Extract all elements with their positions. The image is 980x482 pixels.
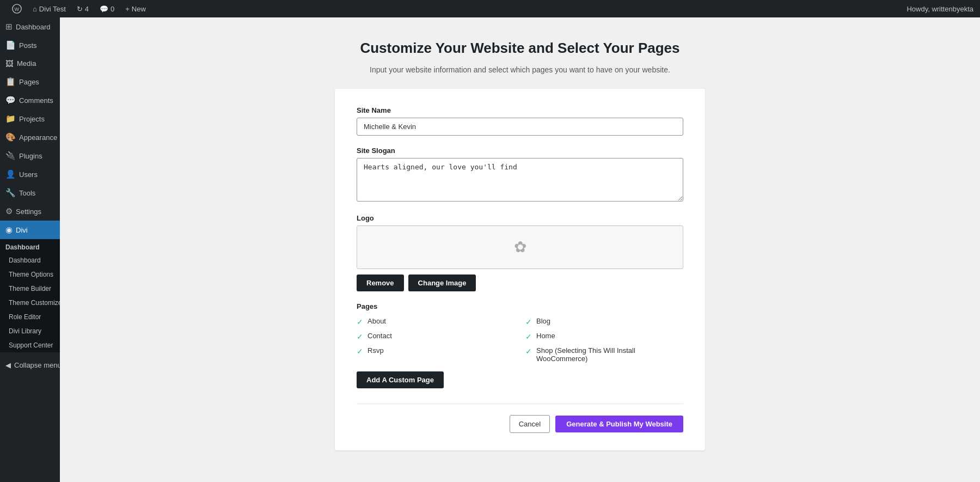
settings-icon: ⚙ [5, 206, 13, 216]
sidebar-item-comments[interactable]: 💬 Comments [0, 91, 60, 109]
sidebar-item-appearance[interactable]: 🎨 Appearance [0, 128, 60, 147]
sidebar-item-media[interactable]: 🖼 Media [0, 54, 60, 72]
svg-text:W: W [15, 7, 20, 12]
submenu-item-support-center[interactable]: Support Center [0, 338, 60, 352]
new-item[interactable]: + New [120, 0, 151, 17]
page-item-blog: ✓ Blog [525, 317, 683, 326]
check-icon-blog: ✓ [525, 318, 532, 326]
page-subtitle: Input your website information and selec… [335, 64, 705, 76]
updates-icon: ↻ [77, 5, 83, 13]
admin-bar: W ⌂ Divi Test ↻ 4 💬 0 + New Howdy, writt… [0, 0, 980, 17]
check-icon-contact: ✓ [357, 332, 363, 341]
publish-button[interactable]: Generate & Publish My Website [555, 416, 683, 432]
pages-section: Pages ✓ About ✓ Blog ✓ Contact [357, 302, 683, 401]
posts-icon: 📄 [5, 40, 16, 50]
divi-submenu: Dashboard Dashboard Theme Options Theme … [0, 239, 60, 352]
page-item-about: ✓ About [357, 317, 514, 326]
check-icon-shop: ✓ [525, 347, 532, 356]
sidebar: ⊞ Dashboard 📄 Posts 🖼 Media 📋 Pages 💬 Co… [0, 17, 60, 482]
cancel-button[interactable]: Cancel [510, 415, 550, 433]
comments-icon: 💬 [100, 5, 108, 13]
logo-preview: ✿ [357, 225, 683, 269]
dashboard-icon: ⊞ [5, 22, 13, 32]
submenu-item-role-editor[interactable]: Role Editor [0, 310, 60, 324]
greeting-text: Howdy, writtenbyekta [906, 5, 973, 13]
page-wrapper: Customize Your Website and Select Your P… [335, 39, 705, 450]
sidebar-item-users[interactable]: 👤 Users [0, 165, 60, 184]
check-icon-rsvp: ✓ [357, 347, 363, 356]
main-card: Site Name Site Slogan Logo ✿ Remove [335, 89, 705, 450]
remove-button[interactable]: Remove [357, 274, 404, 291]
sidebar-item-divi[interactable]: ◉ Divi [0, 221, 60, 239]
updates-item[interactable]: ↻ 4 [71, 0, 94, 17]
site-icon: ⌂ [33, 5, 37, 13]
appearance-icon: 🎨 [5, 132, 16, 142]
site-name-label: Site Name [357, 106, 683, 114]
users-icon: 👤 [5, 169, 16, 179]
comments-sidebar-icon: 💬 [5, 95, 16, 105]
site-slogan-group: Site Slogan [357, 147, 683, 203]
sidebar-item-pages[interactable]: 📋 Pages [0, 72, 60, 91]
card-footer: Cancel Generate & Publish My Website [357, 404, 683, 433]
content-area: Customize Your Website and Select Your P… [60, 17, 980, 482]
plugins-icon: 🔌 [5, 151, 16, 161]
sidebar-item-dashboard[interactable]: ⊞ Dashboard [0, 17, 60, 36]
submenu-item-dashboard[interactable]: Dashboard [0, 253, 60, 267]
site-name-item[interactable]: ⌂ Divi Test [27, 0, 71, 17]
wp-logo-item[interactable]: W [7, 0, 27, 17]
logo-label: Logo [357, 214, 683, 222]
submenu-item-theme-customizer[interactable]: Theme Customizer [0, 296, 60, 310]
page-title: Customize Your Website and Select Your P… [335, 39, 705, 58]
tools-icon: 🔧 [5, 188, 16, 198]
page-item-home: ✓ Home [525, 332, 683, 341]
submenu-item-theme-builder[interactable]: Theme Builder [0, 282, 60, 296]
site-slogan-textarea[interactable] [357, 158, 683, 202]
sidebar-item-plugins[interactable]: 🔌 Plugins [0, 147, 60, 165]
collapse-icon: ◀ [5, 361, 11, 369]
media-icon: 🖼 [5, 59, 14, 68]
add-custom-page-button[interactable]: Add A Custom Page [357, 371, 444, 388]
sidebar-item-projects[interactable]: 📁 Projects [0, 109, 60, 128]
comments-item[interactable]: 💬 0 [94, 0, 120, 17]
check-icon-about: ✓ [357, 318, 363, 326]
divi-icon: ◉ [5, 225, 13, 235]
page-item-contact: ✓ Contact [357, 332, 514, 341]
new-icon: + [125, 5, 130, 13]
submenu-item-theme-options[interactable]: Theme Options [0, 267, 60, 282]
sidebar-item-tools[interactable]: 🔧 Tools [0, 184, 60, 202]
change-image-button[interactable]: Change Image [408, 274, 476, 291]
pages-grid: ✓ About ✓ Blog ✓ Contact ✓ [357, 317, 683, 363]
submenu-header: Dashboard [0, 239, 60, 253]
projects-icon: 📁 [5, 114, 16, 124]
submenu-item-divi-library[interactable]: Divi Library [0, 324, 60, 338]
pages-label: Pages [357, 302, 683, 310]
sidebar-item-posts[interactable]: 📄 Posts [0, 36, 60, 54]
collapse-menu-button[interactable]: ◀ Collapse menu [0, 357, 60, 374]
pages-icon: 📋 [5, 77, 16, 87]
check-icon-home: ✓ [525, 332, 532, 341]
page-item-shop: ✓ Shop (Selecting This Will Install WooC… [525, 346, 683, 363]
site-name-input[interactable] [357, 118, 683, 136]
logo-buttons: Remove Change Image [357, 274, 683, 291]
site-slogan-label: Site Slogan [357, 147, 683, 155]
site-name-group: Site Name [357, 106, 683, 136]
logo-group: Logo ✿ Remove Change Image [357, 214, 683, 291]
page-item-rsvp: ✓ Rsvp [357, 346, 514, 363]
logo-placeholder-icon: ✿ [514, 238, 526, 256]
sidebar-item-settings[interactable]: ⚙ Settings [0, 202, 60, 221]
